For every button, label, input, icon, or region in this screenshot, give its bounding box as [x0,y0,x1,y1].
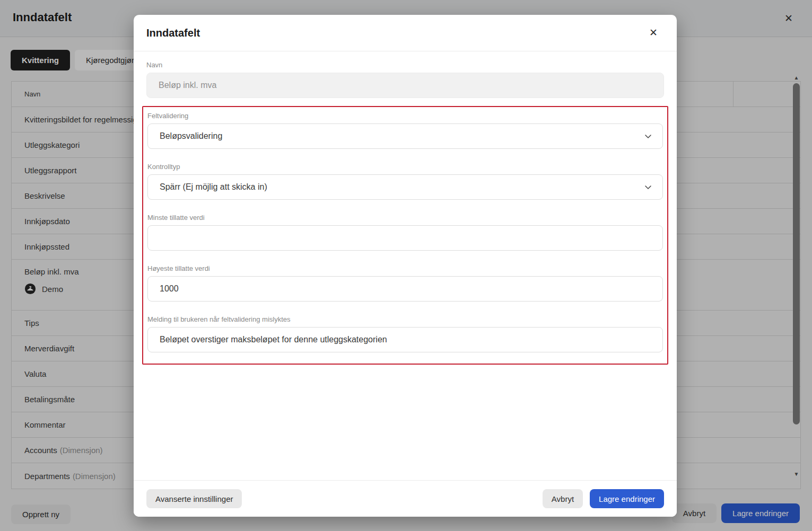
modal-title: Inndatafelt [146,27,200,39]
kontrolltyp-value: Spärr (Ej möjlig att skicka in) [160,182,267,192]
minste-input[interactable] [147,225,663,251]
minste-label: Minste tillatte verdi [147,214,663,222]
advanced-settings-button[interactable]: Avanserte innstillinger [146,489,242,508]
inndatafelt-modal: Inndatafelt ✕ Navn Feltvalidering Beløps… [134,15,677,517]
modal-save-button[interactable]: Lagre endringer [590,489,664,508]
navn-field-group: Navn [146,61,664,98]
melding-input[interactable] [147,327,663,352]
feltvalidering-group: Feltvalidering Beløpsvalidering [147,112,663,149]
navn-input[interactable] [146,73,664,98]
kontrolltyp-select[interactable]: Spärr (Ej möjlig att skicka in) [147,174,663,200]
validation-highlight-box: Feltvalidering Beløpsvalidering Kontroll… [142,106,668,365]
melding-group: Melding til brukeren når feltvalidering … [147,315,663,352]
chevron-down-icon [644,132,652,140]
hoyeste-input[interactable] [147,276,663,302]
navn-label: Navn [146,61,664,69]
modal-cancel-button[interactable]: Avbryt [543,489,583,508]
hoyeste-label: Høyeste tillatte verdi [147,264,663,272]
modal-body: Navn Feltvalidering Beløpsvalidering Kon… [134,51,677,365]
minste-group: Minste tillatte verdi [147,214,663,251]
chevron-down-icon [644,183,652,191]
kontrolltyp-group: Kontrolltyp Spärr (Ej möjlig att skicka … [147,163,663,200]
modal-footer: Avanserte innstillinger Avbryt Lagre end… [134,480,677,517]
modal-header: Inndatafelt ✕ [134,15,677,51]
feltvalidering-value: Beløpsvalidering [160,131,222,141]
melding-label: Melding til brukeren når feltvalidering … [147,315,663,323]
feltvalidering-select[interactable]: Beløpsvalidering [147,123,663,149]
hoyeste-group: Høyeste tillatte verdi [147,264,663,302]
modal-close-icon[interactable]: ✕ [647,26,660,39]
kontrolltyp-label: Kontrolltyp [147,163,663,171]
feltvalidering-label: Feltvalidering [147,112,663,120]
